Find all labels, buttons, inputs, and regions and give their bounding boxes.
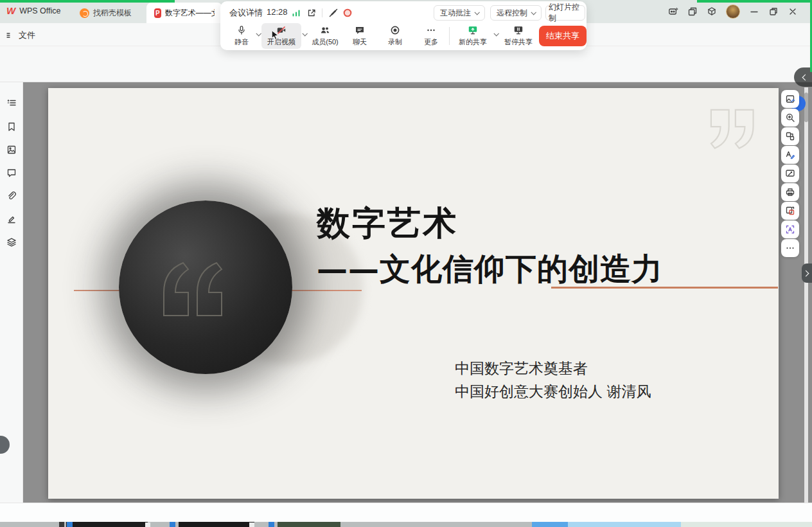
bg-fragment — [681, 522, 812, 527]
slide-subtitle-line1: 中国数字艺术奠基者 — [455, 357, 651, 380]
tab-label: 数字艺术——文化信 — [165, 8, 215, 19]
chevron-left-icon — [802, 74, 808, 80]
thumbnail-panel-icon[interactable] — [6, 145, 17, 155]
ribbon-toolbar: 手型 选择 PDF转换 输出为图片 拆分合并 播放 99.92% 1/135 旋… — [0, 46, 812, 82]
annotate-pen-off-icon[interactable] — [328, 8, 339, 18]
slide-control-button[interactable]: 幻灯片控制 — [545, 5, 585, 21]
background-windows-strip — [0, 522, 812, 527]
bg-fragment — [278, 522, 340, 527]
chat-icon — [355, 25, 365, 35]
file-menu[interactable]: 文件 — [5, 30, 35, 41]
mouse-cursor — [270, 30, 281, 40]
app-title: WPS Office — [19, 6, 60, 15]
end-share-button[interactable]: 结束共享 — [539, 26, 587, 46]
record-icon — [390, 25, 400, 35]
slide-title-line2: ——文化信仰下的创造力 — [317, 249, 663, 290]
vertical-scrollbar[interactable] — [804, 87, 808, 503]
zoom-tool[interactable] — [781, 109, 799, 127]
members-label: 成员(50) — [312, 37, 339, 47]
slide-control-label: 幻灯片控制 — [549, 2, 582, 24]
convert-ppt-tool[interactable] — [781, 202, 799, 220]
new-share-icon — [468, 25, 478, 35]
screen-wand-icon — [785, 168, 795, 179]
record-label: 录制 — [388, 37, 402, 47]
members-icon — [320, 25, 330, 35]
members-button[interactable]: 成员(50) — [308, 23, 342, 49]
document-canvas[interactable]: 数字艺术 ——文化信仰下的创造力 中国数字艺术奠基者 中国好创意大赛创始人 谢清… — [23, 82, 812, 503]
tab-current-document[interactable]: P 数字艺术——文化信 — [146, 3, 222, 23]
ocr-tool[interactable] — [781, 220, 799, 238]
more-dots-icon — [785, 243, 795, 253]
open-quote-graphic — [156, 259, 231, 321]
close-icon[interactable] — [788, 6, 798, 17]
remote-control-button[interactable]: 远程控制 — [490, 5, 542, 21]
convert-shape-tool[interactable] — [781, 127, 799, 145]
meeting-timer: 12:28 — [267, 7, 288, 17]
image-edit-icon — [785, 94, 795, 104]
edit-image-tool[interactable] — [781, 90, 799, 108]
more-dots-icon — [426, 25, 436, 35]
minimize-icon[interactable] — [749, 6, 759, 17]
restore-icon[interactable] — [768, 6, 779, 17]
record-button[interactable]: 录制 — [382, 23, 408, 49]
template-store-icon — [80, 8, 89, 18]
divider — [449, 27, 450, 45]
expand-panel-tab[interactable] — [802, 264, 812, 283]
scrollbar-thumb[interactable] — [804, 93, 808, 122]
pdf-file-icon: P — [154, 8, 161, 18]
pdf-page[interactable]: 数字艺术 ——文化信仰下的创造力 中国数字艺术奠基者 中国好创意大赛创始人 谢清… — [48, 88, 779, 499]
signal-icon — [291, 8, 301, 18]
bg-fragment — [249, 523, 254, 527]
bookmark-icon[interactable] — [6, 121, 17, 132]
bg-fragment — [66, 522, 148, 527]
comment-panel-icon[interactable] — [6, 168, 17, 178]
screen-tools[interactable] — [781, 165, 799, 183]
shape-convert-icon — [785, 131, 795, 141]
chevron-down-icon — [531, 10, 536, 15]
chevron-down-icon[interactable] — [256, 31, 261, 36]
interactive-annotation-button[interactable]: 互动批注 — [434, 5, 485, 21]
pause-share-icon — [513, 25, 524, 35]
pause-share-button[interactable]: 暂停共享 — [500, 23, 536, 49]
new-share-button[interactable]: 新的共享 — [454, 23, 491, 49]
record-dot-icon[interactable] — [342, 8, 353, 18]
magnifier-plus-icon — [785, 112, 795, 123]
chat-button[interactable]: 聊天 — [348, 23, 372, 49]
bg-fragment — [269, 522, 274, 527]
start-video-button[interactable]: 开启视频 — [261, 23, 301, 49]
print-tool[interactable] — [781, 183, 799, 201]
bg-fragment — [179, 522, 254, 527]
chat-label: 聊天 — [353, 37, 367, 47]
close-quote-graphic — [701, 106, 763, 151]
user-avatar[interactable] — [726, 4, 740, 19]
more-label: 更多 — [424, 37, 438, 47]
layers-icon[interactable] — [6, 237, 17, 247]
end-share-label: 结束共享 — [546, 30, 579, 42]
attachment-icon[interactable] — [6, 191, 17, 201]
chevron-down-icon[interactable] — [493, 31, 499, 36]
bg-fragment — [145, 523, 150, 527]
stack-windows-icon[interactable] — [687, 6, 698, 17]
mute-button[interactable]: 静音 — [229, 23, 254, 49]
meeting-detail-button[interactable]: 会议详情 — [229, 7, 263, 19]
more-tools[interactable] — [781, 239, 799, 257]
chevron-down-icon[interactable] — [302, 31, 307, 36]
open-external-icon[interactable] — [306, 8, 317, 18]
collapse-panel-tab[interactable] — [794, 67, 812, 87]
ai-assistant-icon[interactable] — [668, 6, 678, 17]
more-button[interactable]: 更多 — [419, 23, 443, 49]
tab-template-store[interactable]: 找稻壳模板 — [72, 3, 139, 23]
hamburger-icon — [5, 30, 15, 40]
workspace-cube-icon[interactable] — [707, 6, 717, 17]
outline-panel-icon[interactable] — [6, 98, 17, 108]
app-logo[interactable]: W WPS Office — [6, 5, 61, 16]
mute-label: 静音 — [234, 37, 249, 47]
bg-fragment — [59, 522, 64, 527]
text-edit-tool[interactable] — [781, 146, 799, 164]
window-controls — [668, 4, 798, 19]
status-bar: 1/135 回到第1页 校对 100% — [0, 503, 812, 522]
divider — [322, 8, 322, 17]
slide-title-line1: 数字艺术 — [317, 201, 458, 246]
annotation-pen-icon[interactable] — [6, 214, 17, 224]
tab-label: 找稻壳模板 — [93, 8, 132, 19]
